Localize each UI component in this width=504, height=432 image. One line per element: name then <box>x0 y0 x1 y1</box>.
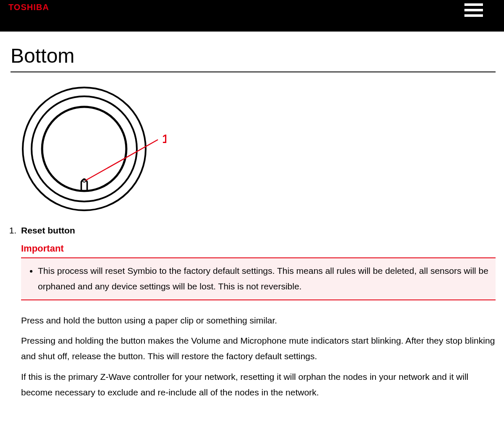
svg-line-4 <box>85 140 158 180</box>
diagram-callout-label: 1 <box>162 132 166 146</box>
body-text: Press and hold the button using a paper … <box>21 313 496 400</box>
list-item: Reset button Important This process will… <box>19 225 496 400</box>
logo[interactable]: TOSHIBA <box>8 3 49 12</box>
title-divider <box>11 72 496 72</box>
page-title: Bottom <box>11 44 496 67</box>
device-bottom-diagram: 1 <box>11 85 496 215</box>
svg-point-1 <box>32 96 137 201</box>
paragraph: If this is the primary Z-Wave controller… <box>21 369 496 400</box>
paragraph: Press and hold the button using a paper … <box>21 313 496 329</box>
paragraph: Pressing and holding the button makes th… <box>21 333 496 364</box>
important-box: This process will reset Symbio to the fa… <box>21 257 496 300</box>
important-label: Important <box>21 243 496 254</box>
content: Bottom 1 Reset button Important This pro… <box>0 32 504 418</box>
item-heading: Reset button <box>21 225 496 236</box>
important-text: This process will reset Symbio to the fa… <box>38 263 491 294</box>
item-list: Reset button Important This process will… <box>11 225 496 400</box>
header: TOSHIBA <box>0 0 504 32</box>
hamburger-menu-icon[interactable] <box>464 3 483 17</box>
